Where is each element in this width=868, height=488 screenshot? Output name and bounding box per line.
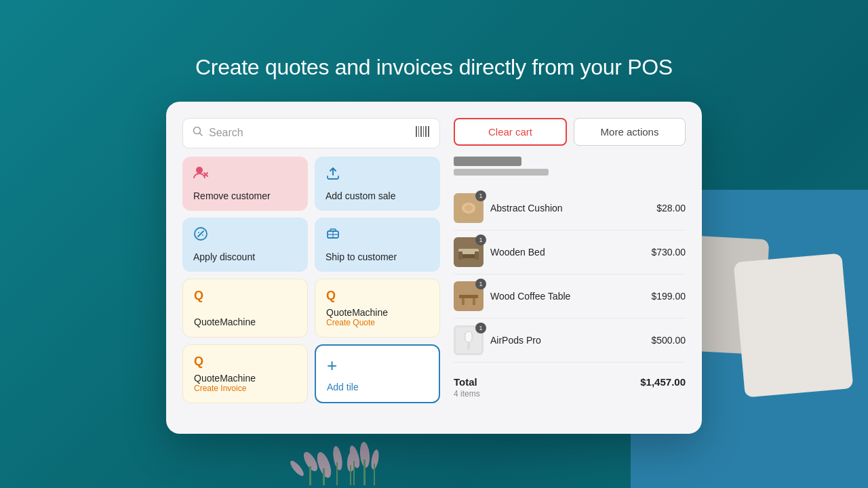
quotemachine-icon-2: Q (326, 289, 429, 303)
ship-to-customer-label: Ship to customer (326, 251, 429, 262)
tile-quotemachine-1[interactable]: Q QuoteMachine (182, 279, 308, 338)
upload-icon (326, 166, 429, 183)
top-buttons: Clear cart More actions (454, 118, 686, 146)
svg-rect-41 (473, 298, 475, 305)
svg-rect-7 (309, 466, 311, 485)
tile-add[interactable]: + Add tile (315, 344, 440, 403)
svg-rect-14 (353, 461, 355, 485)
tile-quotemachine-2[interactable]: Q QuoteMachine Create Quote (315, 279, 440, 338)
quotemachine-3-sublabel: Create Invoice (194, 384, 296, 393)
item-name: Wooden Bed (490, 247, 644, 258)
person-remove-icon (193, 166, 297, 183)
total-items-count: 4 items (454, 389, 480, 399)
svg-point-3 (346, 451, 356, 472)
cart-items: 1 Abstract Cushion $28.00 (454, 186, 686, 363)
cart-item[interactable]: 1 AirPods Pro $500.00 (454, 319, 686, 363)
item-quantity-badge: 1 (475, 235, 486, 245)
tile-quotemachine-3[interactable]: Q QuoteMachine Create Invoice (182, 344, 308, 403)
svg-rect-39 (459, 295, 478, 298)
item-price: $730.00 (651, 247, 686, 258)
svg-line-16 (200, 134, 203, 136)
discount-icon (193, 227, 297, 244)
svg-point-32 (465, 205, 473, 211)
quotemachine-icon-1: Q (194, 289, 296, 303)
more-actions-button[interactable]: More actions (574, 118, 686, 146)
svg-point-9 (359, 441, 370, 468)
svg-rect-44 (467, 342, 470, 350)
svg-rect-46 (472, 333, 473, 338)
svg-rect-22 (428, 126, 429, 137)
customer-sub-bar (454, 169, 549, 176)
svg-rect-45 (464, 333, 465, 338)
svg-rect-21 (425, 126, 427, 137)
svg-rect-20 (423, 126, 424, 137)
total-label-group: Total 4 items (454, 376, 480, 399)
page-title: Create quotes and invoices directly from… (195, 55, 673, 80)
total-row: Total 4 items $1,457.00 (454, 371, 686, 399)
cart-item[interactable]: 1 Wooden Bed $730.00 (454, 230, 686, 274)
svg-point-2 (301, 450, 320, 474)
svg-rect-43 (465, 331, 472, 342)
barcode-icon[interactable] (415, 125, 430, 141)
tile-remove-customer[interactable]: Remove customer (182, 157, 308, 211)
svg-rect-36 (458, 251, 462, 260)
total-label: Total (454, 376, 480, 388)
svg-rect-18 (418, 126, 419, 137)
item-price: $500.00 (651, 335, 686, 346)
add-icon: + (327, 355, 428, 376)
svg-rect-8 (350, 465, 351, 485)
svg-rect-6 (336, 462, 338, 485)
item-name: AirPods Pro (490, 335, 644, 346)
item-name: Wood Coffee Table (490, 291, 644, 302)
item-price: $199.00 (651, 291, 686, 302)
svg-rect-13 (374, 464, 375, 485)
item-quantity-badge: 1 (475, 323, 486, 333)
item-thumb-wrap: 1 (454, 325, 484, 355)
svg-point-0 (314, 450, 334, 479)
svg-point-11 (347, 445, 361, 469)
svg-point-23 (196, 167, 203, 174)
quotemachine-1-label: QuoteMachine (194, 317, 296, 327)
item-thumb-wrap: 1 (454, 281, 484, 311)
item-price: $28.00 (656, 203, 686, 214)
quotemachine-3-label: QuoteMachine (194, 373, 296, 384)
left-panel: Search (182, 118, 440, 418)
quotemachine-2-content: QuoteMachine Create Quote (326, 307, 429, 327)
total-amount: $1,457.00 (640, 376, 686, 388)
svg-rect-37 (475, 251, 479, 260)
customer-info (454, 154, 686, 178)
quotemachine-icon-3: Q (194, 354, 296, 369)
tiles-grid: Remove customer Add custom sale (182, 157, 440, 403)
customer-name-bar (454, 157, 521, 166)
item-name: Abstract Cushion (490, 203, 650, 214)
tile-add-custom-sale[interactable]: Add custom sale (315, 157, 440, 211)
tile-apply-discount[interactable]: Apply discount (182, 218, 308, 272)
apply-discount-label: Apply discount (193, 251, 297, 262)
right-panel: Clear cart More actions (454, 118, 686, 418)
add-tile-label: Add tile (327, 382, 428, 392)
main-card: Search (166, 102, 702, 434)
svg-rect-19 (420, 126, 422, 137)
ship-icon (326, 227, 429, 244)
add-custom-sale-label: Add custom sale (326, 190, 429, 201)
svg-rect-12 (363, 460, 366, 485)
remove-customer-label: Remove customer (193, 190, 297, 201)
search-bar[interactable]: Search (182, 118, 440, 148)
clear-cart-button[interactable]: Clear cart (454, 118, 567, 146)
svg-point-4 (288, 459, 306, 478)
cart-item[interactable]: 1 Wood Coffee Table $199.00 (454, 274, 686, 319)
search-placeholder: Search (209, 127, 410, 139)
svg-rect-17 (416, 126, 417, 137)
cart-item[interactable]: 1 Abstract Cushion $28.00 (454, 186, 686, 230)
quotemachine-2-label: QuoteMachine (326, 307, 429, 318)
svg-rect-40 (462, 298, 465, 305)
svg-rect-5 (323, 468, 325, 485)
quotemachine-2-sublabel: Create Quote (326, 318, 429, 327)
tile-ship-to-customer[interactable]: Ship to customer (315, 218, 440, 272)
svg-point-1 (332, 445, 344, 471)
quotemachine-3-content: QuoteMachine Create Invoice (194, 373, 296, 393)
item-quantity-badge: 1 (475, 190, 486, 201)
item-thumb-wrap: 1 (454, 193, 484, 223)
svg-point-10 (370, 449, 380, 470)
search-icon (193, 126, 203, 140)
